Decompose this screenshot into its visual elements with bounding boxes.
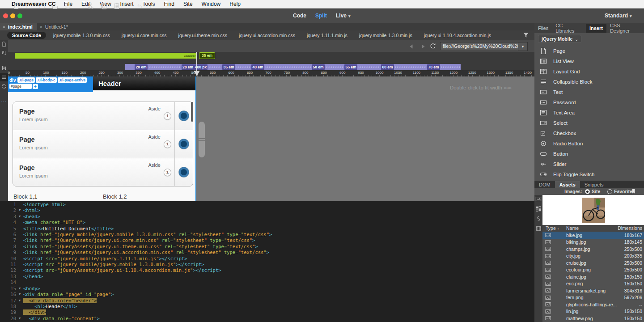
zoom-window-button[interactable] bbox=[17, 13, 22, 18]
paste-icon[interactable] bbox=[113, 2, 120, 9]
asset-row[interactable]: city.jpg 200x335 bbox=[542, 253, 644, 260]
open-folder-icon[interactable] bbox=[25, 2, 33, 9]
related-file[interactable]: jquery.ui.accordion.min.css bbox=[239, 33, 295, 38]
code-line[interactable]: 2 ▼ <html> bbox=[0, 208, 534, 213]
split-button-icon[interactable] bbox=[179, 111, 189, 121]
collapse-arrow-icon[interactable]: ▼ bbox=[16, 292, 23, 297]
name-column-header[interactable]: Name bbox=[566, 225, 579, 231]
code-line[interactable]: 7 <link href="jQueryAssets/jquery.ui.cor… bbox=[0, 237, 534, 243]
code-line[interactable]: 11 <script src="jquery-mobile/jquery.mob… bbox=[0, 262, 534, 267]
collapse-arrow-icon[interactable]: ▼ bbox=[16, 298, 23, 304]
breakpoint-label[interactable]: 40 em bbox=[251, 64, 264, 70]
mode-code-button[interactable]: Code bbox=[293, 13, 306, 19]
panel-tab-css-designer[interactable]: CSS Designer bbox=[606, 21, 644, 35]
copy-icon[interactable] bbox=[100, 2, 107, 9]
element-class-pill[interactable]: .ui-body-c bbox=[36, 77, 57, 83]
page-scrollbar[interactable] bbox=[191, 102, 193, 122]
collapse-arrow-icon[interactable]: ▼ bbox=[16, 286, 23, 292]
asset-row[interactable]: farmersmarket.png 304x316 bbox=[542, 287, 644, 294]
asset-row[interactable]: elaine.jpg 150x150 bbox=[542, 273, 644, 280]
code-line[interactable]: 14 bbox=[0, 280, 534, 285]
menu-site[interactable]: Site bbox=[183, 1, 193, 7]
code-line[interactable]: 6 <link href="jquery-mobile/jquery.mobil… bbox=[0, 232, 534, 237]
breakpoint-label[interactable]: 35 em bbox=[222, 64, 235, 70]
asset-row[interactable]: champs.jpg 250x500 bbox=[542, 246, 644, 253]
file-icon[interactable] bbox=[0, 40, 8, 48]
insert-item-checkbox[interactable]: Checkbox bbox=[534, 128, 644, 138]
insert-item-text[interactable]: Text bbox=[534, 87, 644, 97]
insert-item-slider[interactable]: Slider bbox=[534, 159, 644, 169]
add-class-button[interactable]: + bbox=[33, 84, 38, 89]
insert-category-dropdown[interactable]: jQuery Mobile⌄ bbox=[538, 35, 581, 43]
code-line[interactable]: 13 </head> bbox=[0, 274, 534, 280]
filter-icon[interactable] bbox=[522, 32, 530, 39]
forward-icon[interactable] bbox=[419, 43, 427, 50]
asset-row[interactable]: glyphicons-halflings-re... -- bbox=[542, 301, 644, 308]
asset-row[interactable]: eric.png 150x150 bbox=[542, 280, 644, 288]
panel-tab-snippets[interactable]: Snippets bbox=[580, 181, 608, 188]
back-icon[interactable] bbox=[408, 43, 415, 50]
insert-item-radio-button[interactable]: Radio Button bbox=[534, 138, 644, 148]
related-file[interactable]: jquery.ui-1.10.4.accordion.min.js bbox=[424, 33, 491, 38]
mode-split-button[interactable]: Split bbox=[315, 13, 327, 19]
radio-site[interactable]: Site bbox=[585, 189, 600, 194]
asset-row[interactable]: bike.jpg 180x167 bbox=[542, 232, 644, 239]
save-all-icon[interactable] bbox=[51, 2, 59, 9]
close-window-button[interactable] bbox=[3, 13, 8, 18]
code-view[interactable]: 1 <!doctype html> 2 ▼ <html> 3 ▼ <head> … bbox=[0, 201, 534, 322]
panel-tab-insert[interactable]: Insert bbox=[586, 24, 606, 33]
code-line[interactable]: 4 <meta charset="UTF-8"> bbox=[0, 220, 534, 225]
listview-item[interactable]: Page Lorem ipsum Aside 1 bbox=[13, 130, 193, 158]
address-field[interactable]: file:///George's%20My%20Cloud%20H... bbox=[440, 42, 522, 50]
sort-by-type-header[interactable]: Type ↑ bbox=[546, 225, 559, 231]
panel-tab-files[interactable]: Files bbox=[534, 24, 552, 33]
insert-item-layout-grid[interactable]: Layout Grid bbox=[534, 66, 644, 76]
listview-item[interactable]: Page Lorem ipsum Aside 1 bbox=[13, 158, 193, 186]
asset-row[interactable]: lin.jpg 150x150 bbox=[542, 308, 644, 315]
doc-tab[interactable]: ×Untitled-1* bbox=[37, 23, 72, 30]
related-file[interactable]: Source Code bbox=[7, 32, 46, 39]
breakpoint-label[interactable]: 50 em bbox=[312, 64, 325, 70]
asset-row[interactable]: fern.png 597x206 bbox=[542, 294, 644, 301]
code-line[interactable]: 10 <script src="jquery-mobile/jquery-1.1… bbox=[0, 256, 534, 262]
code-line[interactable]: 18 <h1>Header</h1> bbox=[0, 304, 534, 309]
menu-find[interactable]: Find bbox=[164, 1, 174, 7]
insert-item-select[interactable]: Select bbox=[534, 118, 644, 128]
width-drag-line[interactable] bbox=[196, 52, 197, 71]
code-line[interactable]: 16 ▼ <div data-role="page" id="page"> bbox=[0, 292, 534, 297]
related-file[interactable]: jquery.ui.theme.min.css bbox=[178, 33, 228, 38]
asset-row[interactable]: cruise.jpg 250x500 bbox=[542, 259, 644, 267]
split-button-icon[interactable] bbox=[179, 139, 189, 149]
code-line[interactable]: 1 <!doctype html> bbox=[0, 202, 534, 208]
element-class-pill[interactable]: .ui-page bbox=[17, 77, 35, 83]
element-display-hud[interactable]: div .ui-page.ui-body-c.ui-page-active #p… bbox=[8, 76, 93, 92]
dimensions-column-header[interactable]: Dimensions bbox=[618, 225, 642, 231]
code-line[interactable]: 12 <script src="jQueryAssets/jquery.ui-1… bbox=[0, 267, 534, 273]
mode-live-button[interactable]: Live▾ bbox=[336, 13, 351, 19]
cut-icon[interactable] bbox=[87, 2, 94, 9]
sort-icon[interactable] bbox=[0, 49, 8, 57]
breakpoint-label[interactable]: 70 em bbox=[427, 64, 440, 70]
collapse-arrow-icon[interactable]: ▼ bbox=[16, 208, 23, 213]
collapse-arrow-icon[interactable]: ▼ bbox=[16, 214, 23, 220]
insert-item-password[interactable]: Password bbox=[534, 97, 644, 107]
insert-item-button[interactable]: Button bbox=[534, 148, 644, 159]
assets-media-icon[interactable] bbox=[534, 225, 542, 233]
panel-tab-cc-libraries[interactable]: CC Libraries bbox=[552, 21, 586, 35]
workspace-switcher[interactable]: Standard▾ bbox=[605, 13, 632, 19]
code-line[interactable]: 8 <link href="jQueryAssets/jquery.ui.the… bbox=[0, 244, 534, 250]
insert-item-text-area[interactable]: Text Area bbox=[534, 107, 644, 118]
code-line[interactable]: 9 <link href="jQueryAssets/jquery.ui.acc… bbox=[0, 250, 534, 255]
more-dots-icon[interactable]: ··· bbox=[0, 97, 8, 106]
breakpoint-label[interactable]: 60 em bbox=[381, 64, 394, 70]
list-icon[interactable] bbox=[0, 73, 8, 81]
insert-item-flip-toggle[interactable]: Flip Toggle Switch bbox=[534, 169, 644, 179]
width-drag-handle[interactable] bbox=[194, 71, 200, 76]
code-line[interactable]: 3 ▼ <head> bbox=[0, 214, 534, 220]
minimize-window-button[interactable] bbox=[10, 13, 15, 18]
collapse-arrow-icon[interactable]: ▼ bbox=[16, 316, 23, 322]
breakpoint-label[interactable]: 55 em bbox=[344, 64, 357, 70]
element-id-field[interactable]: #page bbox=[9, 84, 32, 89]
split-button-icon[interactable] bbox=[179, 167, 189, 177]
asset-row[interactable]: biking.jpg 180x145 bbox=[542, 239, 644, 246]
